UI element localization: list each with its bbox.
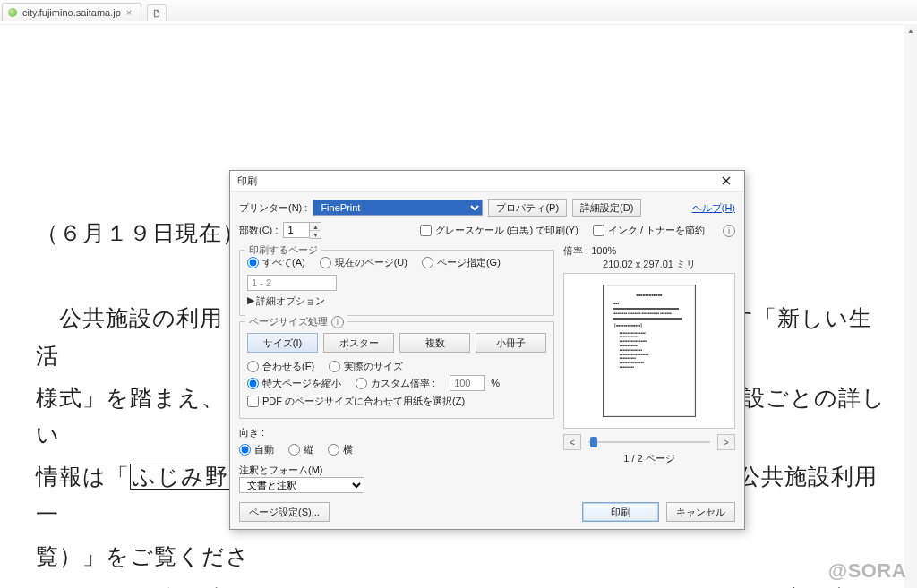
- orient-landscape-input[interactable]: [328, 444, 339, 456]
- orient-portrait-label: 縦: [304, 443, 313, 456]
- orient-auto-label: 自動: [254, 443, 274, 456]
- range-pages-radio[interactable]: ページ指定(G): [422, 256, 501, 269]
- sizing-booklet-tab[interactable]: 小冊子: [476, 333, 546, 353]
- shrink-input[interactable]: [247, 378, 259, 389]
- savetoner-input[interactable]: [593, 225, 604, 236]
- dialog-titlebar[interactable]: 印刷: [230, 171, 744, 192]
- orient-auto-input[interactable]: [239, 444, 251, 456]
- orient-landscape-label: 横: [343, 443, 353, 456]
- range-all-input[interactable]: [247, 257, 259, 268]
- document-icon: [152, 9, 161, 18]
- annotations-label: 注釈とフォーム(M): [239, 464, 554, 477]
- custom-scale-input[interactable]: [356, 378, 367, 389]
- copies-spinner[interactable]: ▲▼: [283, 222, 321, 239]
- copies-label: 部数(C) :: [239, 224, 278, 237]
- triangle-right-icon: ▶: [247, 294, 254, 306]
- range-pages-value: [247, 275, 337, 291]
- slider-thumb[interactable]: [590, 437, 597, 447]
- print-dialog: 印刷 プリンター(N) : FinePrint プロパティ(P) 詳細設定(D)…: [229, 170, 745, 530]
- page-range-title: 印刷するページ: [245, 243, 321, 257]
- close-icon: [722, 176, 731, 185]
- preview-next-button[interactable]: >: [717, 434, 735, 450]
- choose-paper-label: PDF のページサイズに合わせて用紙を選択(Z): [262, 395, 465, 408]
- page-scrollbar[interactable]: ▲: [904, 24, 917, 588]
- info-icon[interactable]: i: [331, 316, 344, 328]
- range-all-radio[interactable]: すべて(A): [247, 256, 305, 269]
- info-icon[interactable]: i: [723, 225, 735, 237]
- grayscale-checkbox[interactable]: グレースケール (白黒) で印刷(Y): [420, 224, 578, 237]
- properties-button[interactable]: プロパティ(P): [488, 199, 567, 217]
- range-more-options[interactable]: ▶詳細オプション: [247, 294, 546, 308]
- range-current-radio[interactable]: 現在のページ(U): [320, 256, 407, 269]
- preview-page-counter: 1 / 2 ページ: [563, 452, 735, 465]
- page-sizing-group: ページサイズ処理i サイズ(I) ポスター 複数 小冊子 合わせる(F) 実際の…: [239, 321, 554, 419]
- tab-bar: city.fujimino.saitama.jp ×: [0, 0, 917, 21]
- favicon-icon: [8, 8, 17, 17]
- copies-input[interactable]: [283, 222, 310, 238]
- fit-label: 合わせる(F): [262, 360, 314, 373]
- preview-scale: 倍率 : 100%: [563, 244, 735, 258]
- watermark: @SORA: [828, 559, 906, 583]
- custom-scale-value: [450, 375, 485, 391]
- advanced-button[interactable]: 詳細設定(D): [572, 199, 641, 217]
- range-more-label: 詳細オプション: [256, 295, 325, 306]
- orientation-label: 向き :: [239, 426, 264, 439]
- browser-chrome: city.fujimino.saitama.jp ×: [0, 0, 917, 22]
- custom-scale-label: カスタム倍率 :: [371, 377, 435, 390]
- page-setup-button[interactable]: ページ設定(S)...: [239, 502, 330, 522]
- tab-close-icon[interactable]: ×: [126, 7, 132, 18]
- preview-prev-button[interactable]: <: [563, 434, 581, 450]
- shrink-label: 特大ページを縮小: [262, 377, 341, 390]
- actual-label: 実際のサイズ: [344, 360, 403, 373]
- spin-up-icon[interactable]: ▲: [310, 223, 321, 230]
- slider-track: [588, 441, 710, 443]
- doc-link-boxed[interactable]: ふじみ野: [130, 464, 231, 490]
- sizing-size-tab[interactable]: サイズ(I): [247, 333, 318, 353]
- choose-paper-input[interactable]: [247, 396, 259, 407]
- dialog-title: 印刷: [237, 175, 257, 188]
- actual-radio[interactable]: 実際のサイズ: [329, 360, 403, 373]
- fit-input[interactable]: [247, 361, 259, 372]
- preview-slider[interactable]: [588, 436, 710, 448]
- preview-dimensions: 210.02 x 297.01 ミリ: [563, 258, 735, 271]
- page-sizing-title-text: ページサイズ処理: [249, 316, 328, 327]
- range-pages-label: ページ指定(G): [437, 256, 501, 269]
- orient-auto-radio[interactable]: 自動: [239, 443, 274, 456]
- printer-select[interactable]: FinePrint: [313, 200, 483, 216]
- doc-text: 情報は「: [36, 464, 130, 489]
- grayscale-label: グレースケール (白黒) で印刷(Y): [435, 224, 578, 237]
- range-pages-input[interactable]: [422, 257, 433, 268]
- choose-paper-checkbox[interactable]: PDF のページサイズに合わせて用紙を選択(Z): [247, 395, 465, 408]
- print-button[interactable]: 印刷: [582, 502, 659, 522]
- printer-label: プリンター(N) :: [239, 201, 307, 215]
- preview-page: ■■■■■■■■■■■■ ■■■■ ■■■■■■■■■ ■■■■■■■■ ■■■…: [603, 285, 696, 417]
- orient-portrait-input[interactable]: [288, 444, 300, 456]
- sizing-poster-tab[interactable]: ポスター: [323, 333, 394, 353]
- dialog-close-button[interactable]: [710, 172, 742, 190]
- page-range-group: 印刷するページ すべて(A) 現在のページ(U) ページ指定(G) ▶詳細オプシ…: [239, 250, 554, 316]
- browser-tab[interactable]: city.fujimino.saitama.jp ×: [2, 3, 141, 21]
- doc-text: 覧）」をご覧くださ: [36, 544, 250, 568]
- savetoner-checkbox[interactable]: インク / トナーを節約: [593, 224, 705, 237]
- new-tab-button[interactable]: [147, 4, 167, 21]
- preview-frame: ■■■■■■■■■■■■ ■■■■ ■■■■■■■■■ ■■■■■■■■ ■■■…: [563, 273, 735, 429]
- cancel-button[interactable]: キャンセル: [666, 502, 735, 522]
- sizing-multiple-tab[interactable]: 複数: [399, 333, 470, 353]
- spin-down-icon[interactable]: ▼: [310, 230, 321, 238]
- tab-title: city.fujimino.saitama.jp: [22, 7, 121, 18]
- custom-scale-radio[interactable]: カスタム倍率 :: [356, 377, 435, 390]
- range-all-label: すべて(A): [262, 256, 305, 269]
- actual-input[interactable]: [329, 361, 340, 372]
- help-link[interactable]: ヘルプ(H): [692, 201, 735, 215]
- range-current-label: 現在のページ(U): [335, 256, 407, 269]
- range-current-input[interactable]: [320, 257, 331, 268]
- fit-radio[interactable]: 合わせる(F): [247, 360, 314, 373]
- orient-portrait-radio[interactable]: 縦: [288, 443, 313, 456]
- annotations-select[interactable]: 文書と注釈: [239, 477, 364, 493]
- grayscale-input[interactable]: [420, 225, 432, 236]
- spinner-arrows[interactable]: ▲▼: [310, 222, 321, 239]
- orient-landscape-radio[interactable]: 横: [328, 443, 353, 456]
- scroll-up-icon[interactable]: ▲: [904, 24, 917, 37]
- dialog-body: プリンター(N) : FinePrint プロパティ(P) 詳細設定(D) ヘル…: [230, 192, 744, 529]
- shrink-radio[interactable]: 特大ページを縮小: [247, 377, 341, 390]
